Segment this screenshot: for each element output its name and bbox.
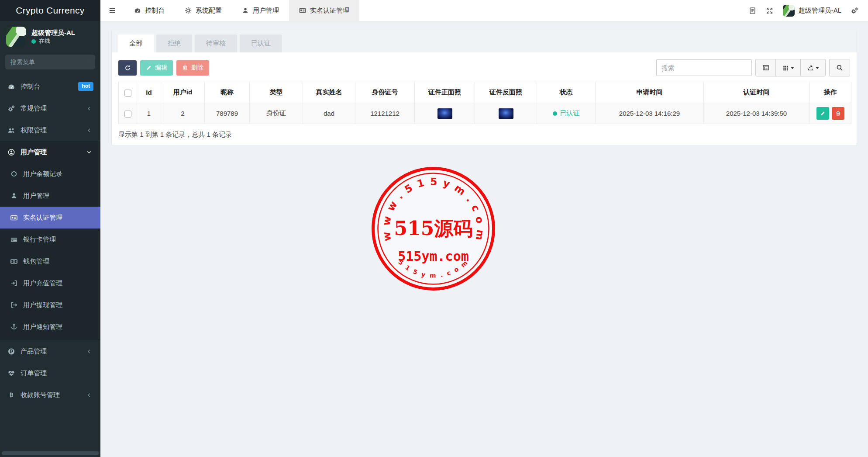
sidebar-item-user-deposits[interactable]: 用户充值管理 xyxy=(0,272,100,294)
delete-button[interactable]: 删除 xyxy=(176,60,209,76)
column-header-id-number[interactable]: 身份证号 xyxy=(355,82,415,103)
avatar xyxy=(6,27,26,47)
sidebar-item-user-management[interactable]: 用户管理 xyxy=(0,141,100,163)
grid-icon xyxy=(782,65,789,71)
sidebar-item-user-withdrawals[interactable]: 用户提现管理 xyxy=(0,294,100,316)
sidebar-item-general[interactable]: 常规管理 xyxy=(0,97,100,119)
navbar-tab-label: 实名认证管理 xyxy=(310,7,349,15)
circle-o-icon xyxy=(10,170,18,177)
sidebar-item-users[interactable]: 用户管理 xyxy=(0,185,100,207)
sidebar-item-payment-accounts[interactable]: 收款账号管理 xyxy=(0,384,100,406)
cell-type: 身份证 xyxy=(250,103,303,124)
navbar-tab-system-config[interactable]: 系统配置 xyxy=(175,0,232,21)
sidebar-toggle-button[interactable] xyxy=(100,0,124,21)
search-toggle-button[interactable] xyxy=(829,59,850,76)
table-view-button-group xyxy=(755,59,826,76)
user-icon xyxy=(10,192,18,199)
id-card-icon xyxy=(299,7,306,14)
column-header-back-photo[interactable]: 证件反面照 xyxy=(475,82,537,103)
column-header-status[interactable]: 状态 xyxy=(537,82,596,103)
file-text-button[interactable] xyxy=(749,7,756,14)
sidebar-item-label: 订单管理 xyxy=(21,369,47,377)
table-search-input[interactable] xyxy=(656,59,752,76)
sidebar-item-realname-auth[interactable]: 实名认证管理 xyxy=(0,207,100,228)
gear-icon xyxy=(185,7,192,14)
app-logo[interactable]: Crypto Currency xyxy=(0,0,100,21)
sidebar-item-label: 产品管理 xyxy=(21,347,47,356)
sidebar-item-label: 用户余额记录 xyxy=(23,170,62,178)
cogs-icon xyxy=(7,105,16,112)
sidebar-item-label: 用户充值管理 xyxy=(23,279,62,287)
sidebar-item-label: 用户通知管理 xyxy=(23,323,62,331)
navbar-tab-label: 用户管理 xyxy=(253,7,279,15)
sidebar-item-bank-cards[interactable]: 银行卡管理 xyxy=(0,228,100,250)
column-header-apply-time[interactable]: 申请时间 xyxy=(596,82,704,103)
table-row[interactable]: 1 2 789789 身份证 dad 12121212 已认证 xyxy=(119,103,851,124)
cell-verify-time: 2025-12-03 14:39:50 xyxy=(704,103,809,124)
column-header-user-id[interactable]: 用户id xyxy=(161,82,205,103)
user-circle-icon xyxy=(7,149,16,156)
panel-body: 编辑 删除 xyxy=(112,52,857,145)
sidebar-item-label: 实名认证管理 xyxy=(23,214,62,222)
heartbeat-icon xyxy=(7,370,16,377)
sidebar-item-wallets[interactable]: 钱包管理 xyxy=(0,250,100,272)
id-front-photo-thumbnail[interactable] xyxy=(437,108,452,119)
column-header-actions: 操作 xyxy=(809,82,851,103)
export-button[interactable] xyxy=(800,59,826,76)
column-header-nickname[interactable]: 昵称 xyxy=(205,82,250,103)
edit-button[interactable]: 编辑 xyxy=(140,60,173,76)
tab-all[interactable]: 全部 xyxy=(118,35,154,52)
sidebar-item-products[interactable]: 产品管理 xyxy=(0,340,100,362)
tab-pending[interactable]: 待审核 xyxy=(195,35,237,52)
sidebar-item-dashboard[interactable]: 控制台 hot xyxy=(0,76,100,97)
sidebar-item-user-balance-log[interactable]: 用户余额记录 xyxy=(0,163,100,185)
cogs-icon xyxy=(851,7,858,14)
sidebar-menu: 控制台 hot 常规管理 权限管理 用户管理 xyxy=(0,76,100,406)
column-header-real-name[interactable]: 真实姓名 xyxy=(303,82,355,103)
sidebar-item-user-notifications[interactable]: 用户通知管理 xyxy=(0,316,100,338)
tab-rejected[interactable]: 拒绝 xyxy=(156,35,192,52)
navbar-tab-realname-auth[interactable]: 实名认证管理 xyxy=(289,0,359,21)
column-header-verify-time[interactable]: 认证时间 xyxy=(704,82,809,103)
export-icon xyxy=(807,65,814,71)
records-table: Id 用户id 昵称 类型 真实姓名 身份证号 证件正面照 证件反面照 状态 申… xyxy=(118,82,851,124)
user-name: 超级管理员-AL xyxy=(31,28,75,38)
sidebar-scrollbar[interactable] xyxy=(2,451,99,455)
refresh-button[interactable] xyxy=(118,60,137,76)
row-edit-button[interactable] xyxy=(816,107,829,120)
top-navbar: 控制台 系统配置 用户管理 实名认证管理 xyxy=(100,0,868,21)
bitcoin-icon xyxy=(7,391,16,399)
tab-verified[interactable]: 已认证 xyxy=(240,35,282,52)
trash-icon xyxy=(182,65,188,71)
refresh-icon xyxy=(124,65,131,71)
pencil-icon xyxy=(146,65,152,71)
column-header-type[interactable]: 类型 xyxy=(250,82,303,103)
tachometer-icon xyxy=(7,83,16,90)
column-header-id[interactable]: Id xyxy=(137,82,161,103)
search-icon[interactable] xyxy=(90,59,91,66)
avatar xyxy=(783,5,795,17)
id-back-photo-thumbnail[interactable] xyxy=(499,108,513,119)
sidebar-search-input[interactable] xyxy=(10,58,90,66)
sidebar-item-orders[interactable]: 订单管理 xyxy=(0,362,100,384)
sign-out-icon xyxy=(10,301,18,308)
sidebar-item-permissions[interactable]: 权限管理 xyxy=(0,119,100,141)
status-dot xyxy=(553,111,557,116)
row-delete-button[interactable] xyxy=(832,107,844,120)
anchor-icon xyxy=(10,323,18,330)
columns-button[interactable] xyxy=(775,59,801,76)
chevron-down-icon xyxy=(85,149,93,155)
trash-icon xyxy=(835,111,841,116)
common-search-button[interactable] xyxy=(755,59,776,76)
credit-card-icon xyxy=(10,236,18,243)
navbar-tab-dashboard[interactable]: 控制台 xyxy=(124,0,175,21)
settings-button[interactable] xyxy=(851,7,858,14)
select-all-checkbox[interactable] xyxy=(124,90,131,97)
row-checkbox[interactable] xyxy=(124,111,131,118)
navbar-tab-user-management[interactable]: 用户管理 xyxy=(232,0,289,21)
table-header-row: Id 用户id 昵称 类型 真实姓名 身份证号 证件正面照 证件反面照 状态 申… xyxy=(119,82,851,103)
sidebar-item-label: 银行卡管理 xyxy=(23,235,56,244)
user-menu[interactable]: 超级管理员-AL xyxy=(783,5,841,17)
fullscreen-button[interactable] xyxy=(766,7,773,14)
column-header-front-photo[interactable]: 证件正面照 xyxy=(415,82,475,103)
